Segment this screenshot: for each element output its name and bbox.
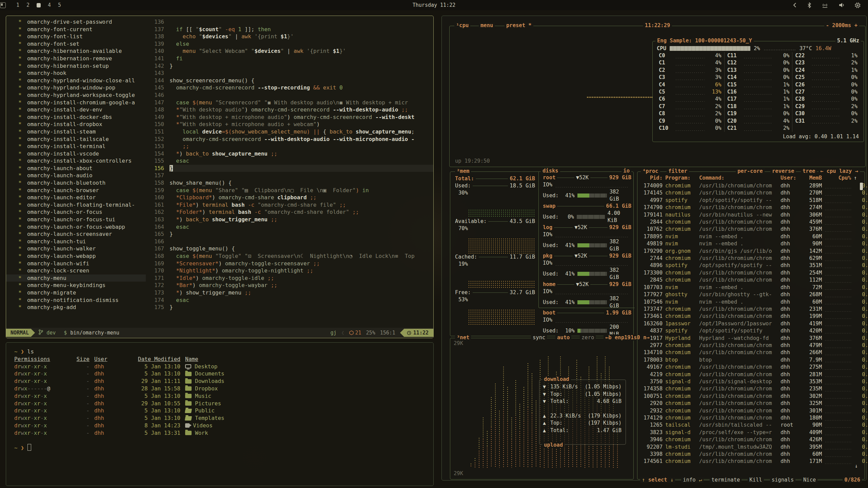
proc-row[interactable]: 3750signal-d/usr/lib/signal-desktopdhh35… [641, 378, 863, 385]
net-tab-zero[interactable]: zero [580, 334, 596, 341]
file-list-item[interactable]: *omarchy-launch-editor [6, 194, 146, 201]
proc-row[interactable]: 3946chromium/usr/lib/chromium/chromdhh42… [641, 436, 863, 443]
proc-row[interactable]: 100751chromium/usr/lib/chromium/chromdhh… [641, 393, 863, 400]
file-list-item[interactable]: *omarchy-launch-floating-terminal- [6, 201, 146, 209]
proc-row[interactable]: 4896spotify/opt/spotify/spotify --dhh351… [641, 262, 863, 269]
proc-row[interactable]: 107703nvimnvim --embed .dhh72M0.0 [641, 284, 863, 291]
proc-row[interactable]: 177927ghostty/usr/bin/ghostty --gtk-dhh2… [641, 291, 863, 298]
proc-column-header[interactable]: Program: [665, 175, 696, 182]
proc-row[interactable]: 1632601passwor/opt/1Password/1passwordhh… [641, 320, 863, 327]
proc-row[interactable]: 2844chromium/usr/lib/chromium/chromdhh45… [641, 219, 863, 226]
proc-row[interactable]: 1265tailscal/usr/sbin/tailscaled --root9… [641, 422, 863, 429]
ls-row[interactable]: drwxr-xr-x-dhh29 Jan 11:11Downloads [14, 378, 425, 385]
proc-scroll-down-icon[interactable]: ↓ [855, 463, 858, 469]
btop-menu-button[interactable]: menu [479, 22, 495, 28]
file-list-item[interactable]: *omarchy-hyprland-window-pop [6, 84, 146, 92]
chevron-left-icon[interactable] [792, 2, 797, 8]
file-list-item[interactable]: *omarchy-hyprland-window-close-all [6, 77, 146, 84]
proc-row[interactable]: 174129chromium/usr/lib/chromium/chromdhh… [641, 414, 863, 422]
file-list-item[interactable]: *omarchy-hibernation-remove [6, 55, 146, 62]
workspace-switcher[interactable]: 1245 [16, 2, 61, 8]
file-list-item[interactable]: *omarchy-launch-or-focus [6, 208, 146, 216]
proc-tree-button[interactable]: tree [801, 168, 817, 174]
file-list-item[interactable]: *omarchy-launch-walker [6, 245, 146, 252]
proc-percore-button[interactable]: per-core [736, 168, 765, 174]
ls-row[interactable]: drwxr-xr-x-dhh 5 Jan 13:10Templates [14, 414, 425, 422]
ls-row[interactable]: drwxr-xr-x-dhh 5 Jan 13:10Music [14, 392, 425, 400]
proc-row[interactable]: 2845chromium/usr/lib/chromium/chromdhh11… [641, 277, 863, 284]
proc-row[interactable]: 173300chromium/usr/lib/chromium/chromdhh… [641, 269, 863, 277]
proc-row[interactable]: 179141nautilus/usr/bin/nautilus --newdhh… [641, 211, 863, 219]
file-list-item[interactable]: *omarchy-lock-screen [6, 267, 146, 274]
file-list-item[interactable]: *omarchy-font-current [6, 26, 146, 33]
file-list-item[interactable]: *omarchy-launch-bluetooth [6, 179, 146, 187]
file-list-item[interactable]: *omarchy-launch-or-focus-tui [6, 216, 146, 223]
proc-row[interactable]: 173461chromium/usr/lib/chromium/chromdhh… [641, 313, 863, 320]
ls-row[interactable]: drwx------@-dhh28 Jan 15:58Dropbox [14, 385, 425, 392]
proc-row[interactable]: 3398chromium/usr/lib/chromium/chromdhh60… [641, 451, 863, 458]
file-list-item[interactable]: *omarchy-pkg-add [6, 304, 146, 311]
net-tab-auto[interactable]: auto [555, 334, 571, 341]
file-list-item[interactable]: *omarchy-launch-audio [6, 172, 146, 179]
file-list-item[interactable]: *omarchy-install-tailscale [6, 136, 146, 143]
file-list-item[interactable]: *omarchy-font-list [6, 33, 146, 40]
file-list-item[interactable]: *omarchy-install-vscode [6, 150, 146, 158]
proc-column-header[interactable]: User: [781, 175, 800, 182]
network-icon[interactable] [822, 2, 828, 8]
file-list-item[interactable]: *omarchy-launch-or-focus-webapp [6, 223, 146, 231]
file-list-item[interactable]: *omarchy-launch-screensaver [6, 230, 146, 238]
terminal-output[interactable]: ~ ❯ lsPermissionsSizeUserDate ModifiedNa… [6, 343, 433, 457]
file-list-item[interactable]: *omarchy-notification-dismiss [6, 297, 146, 304]
proc-filter-button[interactable]: filter [667, 168, 689, 174]
proc-row[interactable]: 4997spotify/opt/spotify/spotify --dhh518… [641, 197, 863, 204]
proc-sort-selector[interactable]: ← cpu lazy → [818, 168, 860, 174]
proc-column-header[interactable]: ↑ [854, 175, 868, 182]
file-list-item[interactable]: *omarchy-launch-wifi [6, 260, 146, 267]
proc-row[interactable]: 49167chromium/usr/lib/chromium/chromdhh2… [641, 364, 863, 371]
proc-row[interactable]: 92207lm-studi/tmp/.mount_lmstudw3AZQdhh3… [641, 444, 863, 451]
cpu-chip-icon[interactable] [855, 2, 861, 8]
proc-reverse-button[interactable]: reverse [770, 168, 796, 174]
update-interval-control[interactable]: - 2000ms + [824, 22, 859, 28]
proc-footer-action[interactable]: ↑ select ↓ [640, 477, 675, 483]
file-list-item[interactable]: *omarchy-install-dropbox [6, 121, 146, 128]
file-list-item[interactable]: *omarchy-hibernation-available [6, 47, 146, 55]
ls-row[interactable]: drwxr-xr-x-dhh 8 Jan 14:23Videos [14, 422, 425, 429]
proc-row[interactable]: 174145chromium/usr/lib/chromium/chromdhh… [641, 189, 863, 197]
file-list-item[interactable]: *omarchy-font-set [6, 40, 146, 48]
net-tab-sync[interactable]: sync [531, 334, 547, 341]
proc-row[interactable]: 107546nvimnvim --embed .dhh60M0.0 [641, 299, 863, 306]
ls-row[interactable]: drwxr-xr-x-dhh29 Jan 10:55Pictures [14, 400, 425, 407]
workspace-number[interactable]: 4 [48, 2, 51, 8]
proc-column-header[interactable]: Pid: [641, 175, 663, 182]
proc-row[interactable]: 174790chromium/usr/lib/chromium/chromdhh… [641, 204, 863, 211]
file-list-item[interactable]: *omarchy-hyprland-workspace-toggle [6, 92, 146, 99]
workspace-number[interactable]: 5 [58, 2, 61, 8]
proc-row[interactable]: 178895nvimnvim --embed .dhh60M0.0 [641, 233, 863, 240]
proc-footer-action[interactable]: terminate [710, 477, 742, 483]
proc-row[interactable]: 174561chromium/usr/lib/chromium/chromdhh… [641, 458, 863, 465]
proc-scrollbar-thumb[interactable] [860, 183, 863, 190]
proc-row[interactable]: 134710chromium/usr/lib/chromium/chromdhh… [641, 349, 863, 356]
proc-row[interactable]: 2977chromium/usr/lib/chromium/chromdhh47… [641, 342, 863, 349]
workspace-number[interactable]: 2 [26, 2, 29, 8]
file-list-item[interactable]: *omarchy-migrate [6, 289, 146, 297]
file-list-item[interactable]: *omarchy-hibernation-setup [6, 62, 146, 70]
workspace-active-indicator[interactable] [37, 3, 41, 7]
ls-row[interactable]: drwxr-xr-x-dhh 5 Jan 13:10Public [14, 407, 425, 414]
file-list-item[interactable]: *omarchy-install-xbox-controllers [6, 157, 146, 165]
btop-preset-button[interactable]: preset * [505, 22, 533, 28]
file-list-item[interactable]: *omarchy-install-dev-env [6, 106, 146, 114]
file-list-item[interactable]: *omarchy-install-terminal [6, 143, 146, 150]
file-list-item[interactable]: *omarchy-install-chromium-google-a [6, 99, 146, 106]
proc-footer-action[interactable]: info ↵ [681, 477, 704, 483]
ls-row[interactable]: drwxr-xr-x-dhh 5 Jan 13:31Work [14, 429, 425, 437]
proc-row[interactable]: 174009chromium/usr/lib/chromium/chromdhh… [641, 182, 863, 189]
proc-row[interactable]: 173747chromium/usr/lib/chromium/chromdhh… [641, 306, 863, 313]
file-list-item[interactable]: *omarchy-install-docker-dbs [6, 114, 146, 121]
proc-footer-action[interactable]: signals [770, 477, 795, 483]
proc-column-header[interactable]: MemB [803, 175, 822, 182]
file-list-item[interactable]: *omarchy-launch-about [6, 165, 146, 172]
proc-row[interactable]: 10762chromium/usr/lib/chromium/chromdhh3… [641, 226, 863, 233]
file-list-item[interactable]: *omarchy-menu [6, 274, 146, 282]
